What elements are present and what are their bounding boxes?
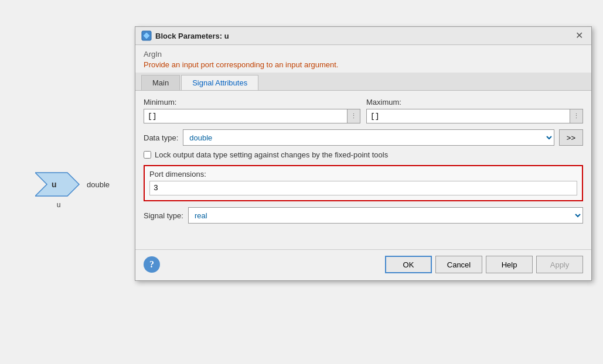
minimum-input-group: ⋮ [144,109,360,123]
ok-button[interactable]: OK [385,256,432,273]
dtype-label: Data type: [144,133,178,142]
signal-type-row: Signal type: real complex auto [144,207,583,224]
block-type-text: ArgIn [144,50,583,59]
port-dimensions-input[interactable] [149,181,577,195]
tab-main[interactable]: Main [141,75,180,90]
maximum-input-group: ⋮ [366,109,583,123]
svg-marker-0 [35,173,79,196]
minimum-group: Minimum: ⋮ [144,98,360,123]
tabs-row: Main Signal Attributes [135,73,591,91]
dialog-titlebar: Block Parameters: u ✕ [135,27,591,45]
dialog-title-left: Block Parameters: u [141,30,229,41]
lock-checkbox[interactable] [144,151,151,159]
minimum-input[interactable] [144,109,347,123]
lock-checkbox-label: Lock output data type setting against ch… [155,150,388,159]
block-shape: u u [35,170,82,199]
minimum-label: Minimum: [144,98,360,107]
maximum-group: Maximum: ⋮ [366,98,583,123]
simulink-block: u u double [35,170,110,199]
tab-signal-attributes[interactable]: Signal Attributes [181,75,258,90]
block-info: ArgIn Provide an input port correspondin… [135,45,591,73]
signal-type-select[interactable]: real complex auto [188,207,583,224]
cancel-button[interactable]: Cancel [435,256,482,273]
maximum-side-button[interactable]: ⋮ [570,109,582,123]
block-description: Provide an input port corresponding to a… [144,60,583,69]
signal-type-label: Signal type: [144,211,183,220]
help-button[interactable]: Help [486,256,533,273]
spacer [144,231,583,242]
dialog-title: Block Parameters: u [155,32,229,40]
dialog-icon [141,30,152,41]
dtype-action-button[interactable]: >> [559,129,583,146]
maximum-label: Maximum: [366,98,583,107]
help-icon-button[interactable]: ? [144,256,160,273]
svg-text:u: u [52,180,57,189]
button-row: ? OK Cancel Help Apply [135,249,591,280]
lock-checkbox-row: Lock output data type setting against ch… [144,150,583,159]
port-dimensions-section: Port dimensions: [144,165,583,201]
apply-button[interactable]: Apply [536,256,583,273]
port-dimensions-label: Port dimensions: [149,170,577,178]
dtype-select[interactable]: double single int32 uint8 [183,129,554,146]
dialog-window: Block Parameters: u ✕ ArgIn Provide an i… [135,26,592,281]
block-type-label: double [87,180,110,189]
maximum-input[interactable] [367,109,570,123]
minmax-row: Minimum: ⋮ Maximum: ⋮ [144,98,583,123]
close-button[interactable]: ✕ [573,31,585,40]
action-buttons: OK Cancel Help Apply [385,256,583,273]
minimum-side-button[interactable]: ⋮ [347,109,360,123]
block-name: u [56,201,60,210]
dtype-row: Data type: double single int32 uint8 >> [144,129,583,146]
tab-content: Minimum: ⋮ Maximum: ⋮ Data type: double … [135,91,591,249]
